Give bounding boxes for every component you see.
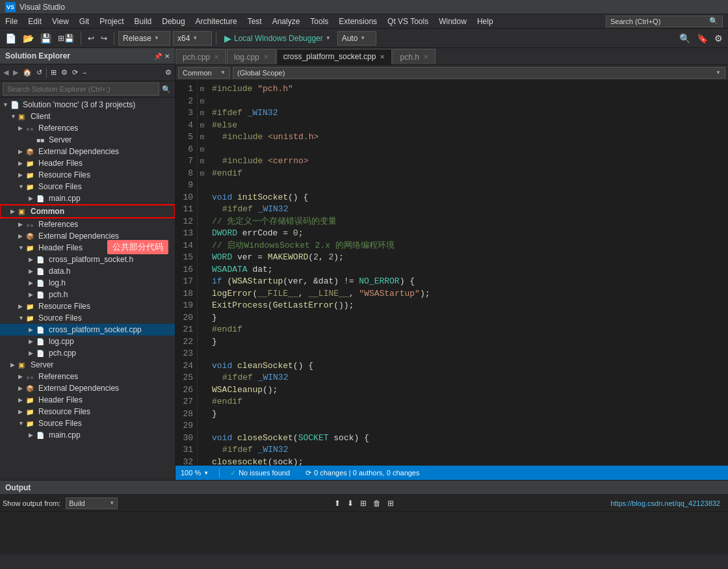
expand-icon: ▶ bbox=[18, 172, 26, 178]
menu-item-tools[interactable]: Tools bbox=[305, 14, 333, 29]
se-forward-btn[interactable]: ▶ bbox=[11, 68, 20, 77]
open-btn[interactable]: 📂 bbox=[20, 31, 36, 46]
output-title: Output bbox=[5, 483, 31, 492]
tree-node-log-cpp[interactable]: ▶ 📄 log.cpp bbox=[0, 336, 175, 347]
tree-node-cross-platform-cpp[interactable]: ▶ 📄 cross_platform_socket.cpp bbox=[0, 324, 175, 336]
tree-node-pch-h[interactable]: ▶ 📄 pch.h bbox=[0, 289, 175, 300]
tree-node-source-files-server[interactable]: ▼ 📁 Source Files bbox=[0, 417, 175, 429]
bookmark-btn[interactable]: 🔖 bbox=[694, 32, 710, 45]
new-file-btn[interactable]: 📄 bbox=[3, 31, 19, 46]
tab-pch-h[interactable]: pch.h ✕ bbox=[393, 49, 435, 64]
tree-node-references-common[interactable]: ▶ ⬦⬦ References bbox=[0, 218, 175, 230]
output-btn-4[interactable]: 🗑 bbox=[371, 497, 383, 509]
namespace-label: Common bbox=[183, 69, 212, 77]
search-toolbar-btn[interactable]: 🔍 bbox=[677, 32, 693, 45]
se-sync-btn[interactable]: ↺ bbox=[34, 68, 44, 77]
tree-node-server[interactable]: ▶ ▣ Server bbox=[0, 359, 175, 371]
tree-node-header-files-server[interactable]: ▶ 📁 Header Files bbox=[0, 394, 175, 406]
tree-node-main-cpp-server[interactable]: ▶ 📄 main.cpp bbox=[0, 429, 175, 441]
output-btn-3[interactable]: ⊞ bbox=[358, 497, 369, 509]
menu-item-project[interactable]: Project bbox=[94, 14, 129, 29]
run-button[interactable]: ▶ Local Windows Debugger ▼ bbox=[220, 32, 335, 45]
client-label: Client bbox=[31, 112, 51, 121]
expand-icon: ▼ bbox=[18, 245, 26, 251]
zoom-indicator[interactable]: 100 % ▼ bbox=[181, 469, 209, 477]
tree-node-cross-platform-h[interactable]: ▶ 📄 cross_platform_socket.h bbox=[0, 254, 175, 265]
tree-node-ext-dep-server[interactable]: ▶ 📦 External Dependencies bbox=[0, 382, 175, 394]
tree-node-ext-dep[interactable]: ▶ 📦 External Dependencies bbox=[0, 146, 175, 157]
menu-item-file[interactable]: File bbox=[0, 14, 23, 29]
tree-node-client[interactable]: ▼ ▣ Client bbox=[0, 111, 175, 122]
tree-node-main-cpp-client[interactable]: ▶ 📄 main.cpp bbox=[0, 192, 175, 204]
menu-item-help[interactable]: Help bbox=[472, 14, 499, 29]
menu-item-qt[interactable]: Qt VS Tools bbox=[382, 14, 434, 29]
scope-selector[interactable]: (Global Scope) ▼ bbox=[233, 67, 725, 79]
tab-pch-cpp-close[interactable]: ✕ bbox=[214, 53, 219, 60]
namespace-selector[interactable]: Common ▼ bbox=[178, 67, 230, 79]
code-editor[interactable]: 12345 678910 1112131415 1617181920 21222… bbox=[176, 81, 728, 466]
tab-log-cpp[interactable]: log.cpp ✕ bbox=[227, 49, 276, 64]
cross-platform-h-label: cross_platform_socket.h bbox=[49, 255, 133, 264]
save-btn[interactable]: 💾 bbox=[38, 31, 54, 46]
file-cpp-icon: 📄 bbox=[36, 432, 47, 439]
tree-node-log-h[interactable]: ▶ 📄 log.h bbox=[0, 277, 175, 289]
tree-node-source-files-client[interactable]: ▼ 📁 Source Files bbox=[0, 181, 175, 192]
output-btn-2[interactable]: ⬇ bbox=[345, 497, 356, 509]
output-source-dropdown[interactable]: Build ▼ bbox=[66, 497, 118, 509]
se-home-btn[interactable]: 🏠 bbox=[21, 68, 34, 77]
tree-node-resource-files-common[interactable]: ▶ 📁 Resource Files bbox=[0, 300, 175, 312]
tree-node-pch-cpp[interactable]: ▶ 📄 pch.cpp bbox=[0, 347, 175, 359]
se-settings-btn[interactable]: ⚙ bbox=[59, 68, 70, 77]
se-collapse-btn[interactable]: − bbox=[81, 68, 88, 77]
settings-btn[interactable]: ⚙ bbox=[712, 32, 725, 45]
tree-node-header-files-client[interactable]: ▶ 📁 Header Files bbox=[0, 157, 175, 169]
tree-node-header-files-common[interactable]: ▼ 📁 Header Files bbox=[0, 242, 175, 254]
undo-btn[interactable]: ↩ bbox=[85, 31, 97, 46]
tree-node-resource-files-client[interactable]: ▶ 📁 Resource Files bbox=[0, 169, 175, 181]
tree-node-solution[interactable]: ▼ 📄 Solution 'mocnc' (3 of 3 projects) bbox=[0, 99, 175, 111]
se-filter-btn[interactable]: ⊞ bbox=[49, 68, 58, 77]
tree-node-references-server[interactable]: ▶ ⬦⬦ References bbox=[0, 371, 175, 382]
tab-pch-cpp[interactable]: pch.cpp ✕ bbox=[176, 49, 226, 64]
menu-item-architecture[interactable]: Architecture bbox=[190, 14, 242, 29]
code-line-12: // 先定义一个存储错误码的变量 bbox=[212, 216, 723, 228]
menu-item-test[interactable]: Test bbox=[242, 14, 267, 29]
tree-node-server-ref[interactable]: ■■ Server bbox=[0, 134, 175, 146]
platform-dropdown[interactable]: x64 ▼ bbox=[173, 31, 212, 46]
se-close-btn[interactable]: ✕ bbox=[164, 53, 170, 60]
code-content[interactable]: #include "pch.h" #ifdef _WIN32 #else #in… bbox=[207, 81, 728, 466]
se-back-btn[interactable]: ◀ bbox=[1, 68, 10, 77]
tree-node-data-h[interactable]: ▶ 📄 data.h bbox=[0, 265, 175, 277]
save-all-btn[interactable]: ⊞💾 bbox=[55, 31, 77, 46]
menu-item-git[interactable]: Git bbox=[74, 14, 94, 29]
run-arrow-icon: ▼ bbox=[326, 35, 331, 41]
menu-item-extensions[interactable]: Extensions bbox=[333, 14, 382, 29]
tab-pch-h-close[interactable]: ✕ bbox=[423, 53, 428, 60]
menu-item-build[interactable]: Build bbox=[129, 14, 157, 29]
se-pin-btn[interactable]: 📌 bbox=[154, 53, 162, 60]
tab-log-cpp-close[interactable]: ✕ bbox=[263, 53, 268, 60]
tab-cross-platform-cpp-close[interactable]: ✕ bbox=[380, 53, 385, 60]
menu-item-view[interactable]: View bbox=[47, 14, 74, 29]
menu-item-window[interactable]: Window bbox=[434, 14, 472, 29]
output-content[interactable] bbox=[0, 512, 728, 555]
output-btn-1[interactable]: ⬆ bbox=[332, 497, 343, 509]
config-dropdown[interactable]: Release ▼ bbox=[118, 31, 170, 46]
menu-item-debug[interactable]: Debug bbox=[157, 14, 190, 29]
redo-btn[interactable]: ↪ bbox=[98, 31, 110, 46]
tree-node-references[interactable]: ▶ ⬦⬦ References bbox=[0, 122, 175, 134]
se-refresh-btn[interactable]: ⟳ bbox=[70, 68, 80, 77]
tree-node-common[interactable]: ▶ ▣ Common bbox=[0, 205, 175, 218]
output-btn-5[interactable]: ⊞ bbox=[385, 497, 396, 509]
auto-dropdown[interactable]: Auto ▼ bbox=[337, 31, 376, 46]
search-bar[interactable]: Search (Ctrl+Q) 🔍 bbox=[606, 16, 723, 27]
se-expand-all-btn[interactable]: ⚙ bbox=[163, 68, 174, 77]
tree-node-resource-files-server[interactable]: ▶ 📁 Resource Files bbox=[0, 406, 175, 417]
tab-cross-platform-cpp[interactable]: cross_platform_socket.cpp ✕ bbox=[276, 49, 393, 64]
tree-node-source-files-common[interactable]: ▼ 📁 Source Files bbox=[0, 312, 175, 324]
output-url[interactable]: https://blog.csdn.net/qq_42123832 bbox=[610, 499, 720, 507]
menu-item-analyze[interactable]: Analyze bbox=[267, 14, 306, 29]
menu-item-edit[interactable]: Edit bbox=[23, 14, 47, 29]
se-search-input[interactable] bbox=[3, 83, 159, 96]
tree-node-ext-dep-common[interactable]: ▶ 📦 External Dependencies bbox=[0, 230, 175, 242]
